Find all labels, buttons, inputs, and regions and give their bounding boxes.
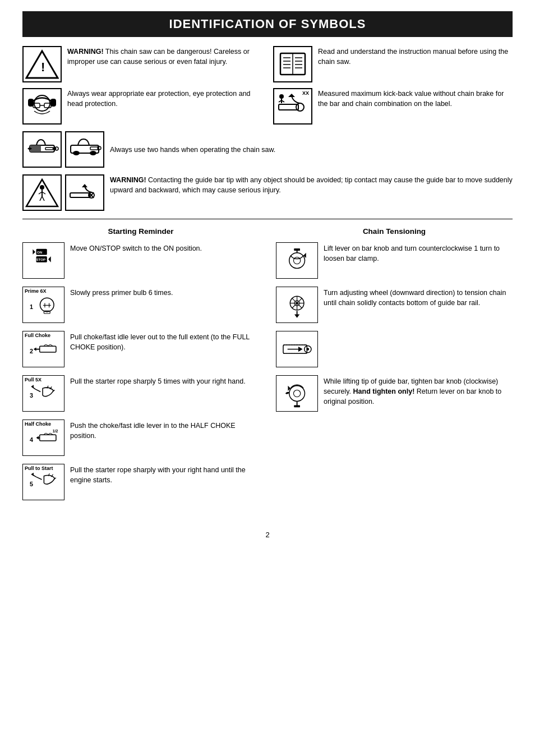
svg-rect-106 — [294, 405, 300, 407]
svg-point-32 — [73, 151, 80, 155]
step-pull5x: Pull 5X 3 Pull the starter ro — [22, 375, 259, 412]
bar-tip-contact-icon — [65, 174, 104, 211]
tension-chain-diagram — [276, 331, 513, 367]
svg-point-33 — [90, 151, 96, 155]
two-hands-text: Always use two hands when operating the … — [110, 144, 275, 155]
page-number: 2 — [22, 531, 513, 539]
tension-bold: Hand tighten only! — [353, 388, 415, 395]
symbol-kickback: XX Measured maximum kick-back value with… — [273, 88, 513, 125]
svg-marker-79 — [31, 472, 34, 476]
warning-triangle-icon: ! — [22, 46, 62, 82]
svg-rect-61 — [39, 346, 56, 352]
svg-text:!: ! — [41, 60, 45, 74]
two-hands-icon-1 — [22, 131, 62, 168]
svg-marker-52 — [48, 256, 51, 262]
page-number-value: 2 — [265, 531, 269, 539]
svg-text:2: 2 — [30, 348, 33, 354]
page-title: IDENTIFICATION OF SYMBOLS — [34, 17, 501, 31]
svg-rect-86 — [294, 248, 300, 251]
tension-step-3: While lifting tip of guide bar, tighten … — [276, 375, 513, 412]
pull-to-start-icon: Pull to Start 5 — [22, 464, 64, 500]
svg-marker-99 — [298, 347, 302, 352]
svg-marker-22 — [288, 94, 295, 97]
tension-step-1: Lift lever on bar knob and turn counterc… — [276, 242, 513, 279]
svg-text:STOP: STOP — [36, 257, 45, 261]
svg-marker-53 — [33, 249, 35, 254]
step-prime-text: Slowly press primer bulb 6 times. — [70, 287, 173, 298]
kickback-warning-icon — [22, 174, 62, 211]
svg-text:1: 1 — [30, 303, 33, 310]
two-hands-row: Always use two hands when operating the … — [22, 131, 513, 168]
prime-label: Prime 6X — [25, 288, 47, 294]
svg-marker-95 — [294, 314, 299, 317]
half-choke-label: Half Choke — [25, 421, 51, 427]
tension-icon-1 — [276, 242, 318, 279]
tension-chain-icon — [276, 331, 318, 367]
symbol-book: Read and understand the instruction manu… — [273, 46, 513, 82]
svg-line-77 — [36, 477, 41, 480]
step-half-choke: Half Choke 4 1/2 Push the choke/fast idl… — [22, 420, 259, 456]
svg-text:5: 5 — [30, 481, 33, 487]
warning-bold: WARNING! — [67, 48, 104, 56]
step-full-choke: Full Choke 2 Pull choke/fast idle lever … — [22, 331, 259, 367]
svg-text:3: 3 — [30, 392, 33, 399]
svg-text:1/2: 1/2 — [52, 429, 58, 433]
svg-marker-67 — [31, 385, 34, 388]
step-pull-to-start-text: Pull the starter rope sharply with your … — [70, 464, 259, 485]
tension-icon-3 — [276, 375, 318, 412]
warning-row-2: WARNING! Contacting the guide bar tip wi… — [22, 174, 513, 211]
kickback-text: Measured maximum kick-back value without… — [318, 88, 513, 109]
svg-point-83 — [289, 252, 305, 268]
svg-point-103 — [289, 385, 305, 401]
page-header: IDENTIFICATION OF SYMBOLS — [22, 11, 513, 37]
chain-tensioning-title: Chain Tensioning — [276, 227, 513, 236]
symbols-grid: ! WARNING! This chain saw can be dangero… — [22, 46, 513, 125]
chain-tensioning-section: Chain Tensioning Lift lever on bar knob … — [276, 227, 513, 508]
pull5x-label: Pull 5X — [25, 377, 41, 382]
svg-rect-43 — [70, 193, 90, 197]
tension-step-1-text: Lift lever on bar knob and turn counterc… — [324, 242, 513, 264]
step-pull-to-start: Pull to Start 5 Pull the starter rope sh — [22, 464, 259, 500]
symbol-warning: ! WARNING! This chain saw can be dangero… — [22, 46, 262, 82]
svg-line-41 — [40, 196, 42, 201]
tension-step-2: Turn adjusting wheel (downward direction… — [276, 287, 513, 323]
svg-point-55 — [40, 298, 54, 312]
svg-text:4: 4 — [30, 436, 33, 443]
svg-marker-75 — [36, 436, 39, 439]
warning-text: WARNING! This chain saw can be dangerous… — [67, 46, 262, 67]
book-icon — [273, 46, 312, 82]
warning2-text: WARNING! Contacting the guide bar tip wi… — [110, 174, 513, 195]
book-text: Read and understand the instruction manu… — [318, 46, 513, 67]
section-divider — [22, 219, 513, 219]
step-half-choke-text: Push the choke/fast idle lever in to the… — [70, 420, 259, 441]
tension-step-2b-text — [324, 331, 325, 342]
two-hands-icons — [22, 131, 104, 168]
symbol-ear-protection: Always wear appropriate ear protection, … — [22, 88, 262, 125]
pull-to-start-label: Pull to Start — [25, 465, 53, 471]
half-choke-icon: Half Choke 4 1/2 — [22, 420, 64, 456]
warning2-bold: WARNING! — [110, 176, 146, 184]
full-choke-icon: Full Choke 2 — [22, 331, 64, 367]
two-column-section: Starting Reminder ON STOP Move ON/STOP s… — [22, 227, 513, 508]
svg-point-102 — [306, 348, 309, 351]
starting-reminder-section: Starting Reminder ON STOP Move ON/STOP s… — [22, 227, 259, 508]
svg-line-42 — [42, 196, 44, 201]
ear-protection-icon — [22, 88, 62, 125]
svg-point-19 — [296, 103, 304, 111]
svg-point-37 — [40, 185, 44, 190]
ear-protection-text: Always wear appropriate ear protection, … — [67, 88, 262, 109]
tension-icon-2 — [276, 287, 318, 323]
step-prime: Prime 6X 1 Slowly press primer bulb 6 ti… — [22, 287, 259, 323]
step-full-choke-text: Pull choke/fast idle lever out to the fu… — [70, 331, 259, 352]
tension-step-3-text: While lifting tip of guide bar, tighten … — [324, 375, 513, 407]
svg-line-65 — [35, 389, 40, 391]
step-on-stop: ON STOP Move ON/STOP switch to the ON po… — [22, 242, 259, 279]
svg-text:ON: ON — [37, 250, 43, 254]
two-hands-icon-2 — [65, 131, 104, 168]
kickback-icon: XX — [273, 88, 312, 125]
tension-step-2-text: Turn adjusting wheel (downward direction… — [324, 287, 513, 308]
svg-marker-45 — [82, 184, 87, 187]
pull5x-icon: Pull 5X 3 — [22, 375, 64, 412]
full-choke-label: Full Choke — [25, 333, 50, 338]
on-stop-icon: ON STOP — [22, 242, 64, 279]
